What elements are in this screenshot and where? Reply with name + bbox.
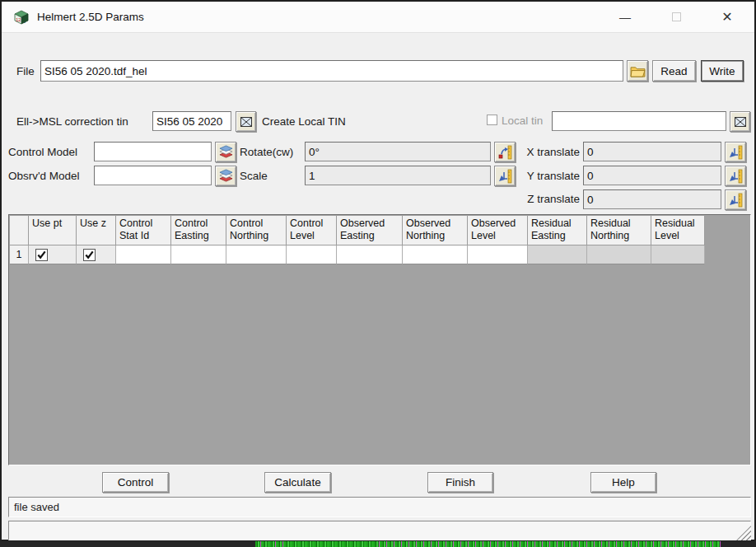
tin-icon (240, 115, 253, 129)
use-pt-cell (29, 245, 77, 264)
col-header-observed-easting[interactable]: ObservedEasting (337, 216, 403, 245)
pick-z-translate-button[interactable] (725, 189, 746, 210)
col-header-residual-northing[interactable]: ResidualNorthing (587, 216, 651, 245)
col-header-use-z[interactable]: Use z (77, 216, 116, 245)
maximize-button[interactable] (664, 7, 688, 28)
col-header-control-easting[interactable]: ControlEasting (171, 216, 226, 245)
distance-measure-icon (728, 169, 743, 184)
col-header-control-level[interactable]: ControlLevel (287, 216, 337, 245)
obsrvd-model-label: Obsrv'd Model (8, 170, 80, 182)
angle-measure-icon (497, 145, 512, 160)
residual-level-cell (651, 245, 705, 264)
y-translate-input[interactable] (583, 166, 721, 185)
svg-text:12: 12 (16, 17, 21, 22)
observed-northing-cell[interactable] (403, 245, 468, 264)
choose-tin-button[interactable] (236, 111, 256, 132)
control-model-label: Control Model (8, 146, 77, 158)
control-button[interactable]: Control (102, 472, 169, 493)
help-button[interactable]: Help (590, 472, 656, 493)
scale-input[interactable] (305, 166, 491, 185)
col-header-control-stat-id[interactable]: ControlStat Id (116, 216, 171, 245)
ell-msl-tin-input[interactable] (152, 111, 231, 131)
create-local-tin-label: Create Local TIN (262, 115, 346, 128)
finish-button[interactable]: Finish (427, 472, 493, 493)
control-level-cell[interactable] (287, 245, 337, 264)
obsrvd-model-input[interactable] (94, 166, 212, 185)
checkmark-icon (84, 250, 95, 260)
points-table-panel: Use pt Use z ControlStat Id ControlEasti… (8, 214, 751, 465)
rotate-input[interactable] (305, 142, 491, 161)
residual-northing-cell (587, 245, 651, 264)
checkmark-icon (36, 250, 47, 260)
control-easting-cell[interactable] (171, 245, 226, 264)
helmert-dialog: 12 d Helmert 2.5D Params — ✕ File Read W… (0, 0, 756, 541)
secondary-status-bar (8, 521, 751, 540)
z-translate-label: Z translate (516, 193, 580, 205)
observed-level-cell[interactable] (468, 245, 528, 264)
use-z-cell (77, 245, 116, 264)
local-tin-label: Local tin (502, 115, 543, 127)
status-message: file saved (14, 501, 59, 513)
layers-icon (218, 169, 234, 183)
distance-measure-icon (728, 145, 743, 160)
pick-y-translate-button[interactable] (725, 166, 746, 186)
status-message-bar: file saved (8, 497, 751, 517)
observed-easting-cell[interactable] (337, 245, 403, 264)
ell-msl-tin-label: Ell->MSL correction tin (16, 115, 128, 128)
app-12d-icon: 12 d (12, 9, 30, 26)
tin-icon (734, 115, 747, 129)
points-table: Use pt Use z ControlStat Id ControlEasti… (10, 216, 705, 264)
distance-measure-icon (497, 169, 512, 184)
table-header-row: Use pt Use z ControlStat Id ControlEasti… (10, 216, 705, 245)
distance-measure-icon (728, 193, 743, 208)
x-translate-label: X translate (516, 146, 580, 158)
file-label: File (16, 65, 35, 77)
minimize-button[interactable]: — (613, 7, 637, 28)
col-header-residual-level[interactable]: ResidualLevel (651, 216, 705, 245)
folder-icon (630, 65, 646, 77)
layers-icon (218, 145, 234, 159)
table-row: 1 (10, 245, 705, 264)
terrain-strip (255, 541, 721, 547)
control-model-input[interactable] (94, 142, 212, 161)
row-number-cell[interactable]: 1 (10, 245, 29, 264)
col-header-use-pt[interactable]: Use pt (29, 216, 77, 245)
col-header-residual-easting[interactable]: ResidualEasting (528, 216, 587, 245)
col-header-control-northing[interactable]: ControlNorthing (226, 216, 287, 245)
file-input[interactable] (40, 60, 623, 82)
use-z-checkbox[interactable] (83, 249, 96, 261)
read-button[interactable]: Read (652, 60, 696, 82)
local-tin-input[interactable] (552, 111, 726, 131)
calculate-button[interactable]: Calculate (264, 472, 331, 493)
corner-header-cell (10, 216, 29, 245)
residual-easting-cell (528, 245, 587, 264)
pick-scale-button[interactable] (494, 166, 516, 186)
z-translate-input[interactable] (583, 189, 721, 209)
browse-file-button[interactable] (627, 60, 648, 82)
rotate-label: Rotate(cw) (240, 146, 293, 158)
y-translate-label: Y translate (516, 170, 580, 182)
choose-obsrvd-model-button[interactable] (215, 166, 236, 186)
background-app-area (0, 541, 756, 547)
window-title: Helmert 2.5D Params (37, 11, 144, 23)
write-button[interactable]: Write (701, 60, 744, 82)
scale-label: Scale (240, 170, 268, 182)
pick-rotation-button[interactable] (494, 142, 516, 162)
close-button[interactable]: ✕ (715, 7, 740, 28)
x-translate-input[interactable] (583, 142, 721, 161)
pick-x-translate-button[interactable] (725, 142, 746, 162)
maximize-icon (672, 12, 681, 21)
window-controls: — ✕ (613, 7, 744, 28)
choose-local-tin-button[interactable] (730, 111, 750, 132)
col-header-observed-northing[interactable]: ObservedNorthing (403, 216, 468, 245)
control-northing-cell[interactable] (226, 245, 287, 264)
use-pt-checkbox[interactable] (35, 249, 48, 261)
svg-text:d: d (23, 18, 26, 23)
control-stat-id-cell[interactable] (116, 245, 171, 264)
choose-control-model-button[interactable] (215, 142, 236, 162)
screen: 12 d Helmert 2.5D Params — ✕ File Read W… (0, 0, 756, 547)
col-header-observed-level[interactable]: ObservedLevel (468, 216, 528, 245)
local-tin-checkbox[interactable] (487, 115, 497, 125)
titlebar[interactable]: 12 d Helmert 2.5D Params — ✕ (2, 2, 754, 33)
